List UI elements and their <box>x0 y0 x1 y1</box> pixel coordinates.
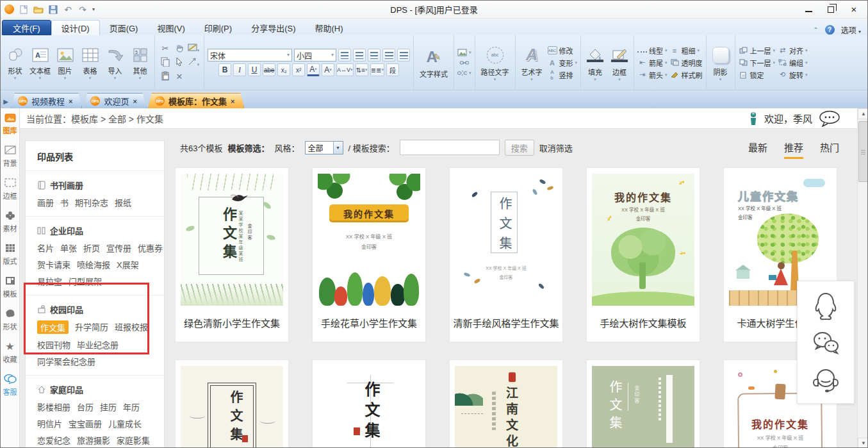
template-card[interactable]: 作文集 某某学校某年级某班 金印客 绿色清新小学生作文集 <box>175 167 289 342</box>
vertical-scrollbar[interactable]: ▲ ▼ <box>857 108 868 448</box>
tab-list-expander-icon[interactable]: ▶ <box>1 94 11 108</box>
category-link[interactable]: 书 <box>60 196 69 208</box>
insert-shape-button[interactable]: 形状▾ <box>4 46 26 80</box>
art-modify-button[interactable]: ABC修改 <box>548 46 578 56</box>
style-select[interactable]: 全部 ▼ <box>305 141 343 154</box>
align-justify-button[interactable] <box>382 49 395 62</box>
save-icon[interactable] <box>48 4 58 14</box>
pan-hand-icon[interactable] <box>175 43 184 54</box>
transparency-button[interactable]: 透明度 <box>670 58 703 68</box>
align-left-button[interactable] <box>338 49 351 62</box>
rail-item-background[interactable]: 背景 <box>1 144 20 168</box>
category-link[interactable]: 年历 <box>123 401 140 413</box>
superscript-button[interactable]: x² <box>292 63 305 76</box>
doc-tab-template-library[interactable]: DPS 模板库：作文集 × <box>148 93 244 108</box>
template-search-input[interactable] <box>400 140 500 155</box>
paragraph-button[interactable]: 段 <box>386 63 399 76</box>
rail-item-frame[interactable]: 边框 <box>1 176 20 201</box>
template-card[interactable]: 我的作文集 XX 学校 X 年级 X 班 金印客 <box>312 167 426 342</box>
strikethrough-button[interactable]: abe <box>263 63 275 76</box>
category-link[interactable]: 喷绘海报 <box>77 258 110 270</box>
art-warp-button[interactable]: A变形▾ <box>548 58 578 68</box>
rail-item-layout[interactable]: 版式 <box>1 242 20 266</box>
minimize-button[interactable] <box>805 6 812 12</box>
close-tab-icon[interactable]: × <box>231 97 234 105</box>
picture-tool-icon[interactable]: ▾ <box>188 43 200 54</box>
tab-share-export[interactable]: 分享导出(S) <box>242 20 305 35</box>
image-frame-button[interactable]: ▾ <box>457 48 471 56</box>
tab-view[interactable]: 视图(V) <box>147 20 194 35</box>
line-type-button[interactable]: 线型▾ <box>637 46 667 56</box>
template-card[interactable]: 作文集 XX 学校 X 年级 X 班 <box>175 360 289 448</box>
category-link[interactable]: 同学聚会纪念册 <box>37 355 95 367</box>
close-tab-icon[interactable]: × <box>133 97 136 105</box>
delete-icon[interactable]: ✕ <box>176 72 183 81</box>
template-card[interactable]: 江南文化 XX 学校 X 年级 X 班 <box>449 360 563 448</box>
italic-button[interactable]: I <box>233 63 246 76</box>
category-link[interactable]: 折页 <box>83 242 100 254</box>
open-folder-icon[interactable] <box>33 4 44 14</box>
new-document-icon[interactable] <box>19 4 29 14</box>
send-backward-button[interactable]: 下一层▾ <box>739 58 776 68</box>
break-link-icon[interactable]: ▾ <box>457 69 471 77</box>
align-center-button[interactable] <box>353 49 366 62</box>
rotate-button[interactable]: ⟲旋转▾ <box>778 70 808 80</box>
category-link[interactable]: 名片 <box>37 242 54 254</box>
align-right-button[interactable] <box>368 49 381 62</box>
tab-design[interactable]: 设计(D) <box>51 20 100 35</box>
insert-other-button[interactable]: 5 其他▾ <box>129 46 151 80</box>
qq-icon[interactable] <box>812 291 840 322</box>
bring-forward-button[interactable]: 上一层▾ <box>739 46 776 56</box>
category-link[interactable]: 班报校报 <box>115 320 148 334</box>
line-spacing-button[interactable]: ⇅≡▾ <box>356 63 368 76</box>
category-link[interactable]: 挂历 <box>100 401 117 413</box>
template-card[interactable]: 作文集 XX 学校 X 年级 X 班 <box>312 360 426 448</box>
category-link[interactable]: 贺卡请柬 <box>37 258 70 270</box>
select-cursor-icon[interactable] <box>176 57 183 68</box>
restore-button[interactable] <box>828 6 834 13</box>
sort-popular[interactable]: 热门 <box>820 140 839 159</box>
rail-item-support[interactable]: 客服 <box>1 372 20 397</box>
rail-item-template[interactable]: 模板 <box>1 274 20 299</box>
options-button[interactable]: 选项 ▾ <box>841 24 861 35</box>
category-link[interactable]: 家庭影集 <box>117 434 150 446</box>
tab-help[interactable]: 帮助(H) <box>305 20 352 35</box>
rail-item-shape[interactable]: 形状 <box>1 307 20 331</box>
copy-icon[interactable] <box>161 57 170 69</box>
rail-item-favorites[interactable]: ★ 收藏 <box>1 340 20 364</box>
help-icon[interactable]: ? <box>825 25 835 35</box>
highlight-color-button[interactable]: A▾ <box>322 63 334 76</box>
category-link[interactable]: 优惠券 <box>138 242 163 254</box>
breadcrumb[interactable]: 当前位置：模板库 > 全部 > 作文集 <box>26 112 163 125</box>
art-text-button[interactable]: A 艺术字▾ <box>519 44 545 81</box>
category-link[interactable]: 易拉宝 <box>37 275 62 287</box>
doc-tab-welcome[interactable]: DPS 欢迎页 × <box>83 93 146 108</box>
columns-button[interactable]: ≣≣▾ <box>370 63 384 76</box>
category-link[interactable]: 影楼相册 <box>37 401 70 413</box>
link-icon[interactable] <box>459 58 469 67</box>
vertical-text-button[interactable]: Ab竖排 <box>548 70 578 80</box>
char-spacing-button[interactable]: A↔V▾ <box>336 63 354 76</box>
font-family-combo[interactable]: 宋体▾ <box>208 49 292 62</box>
undo-icon[interactable]: ↶ <box>63 4 73 14</box>
insert-import-button[interactable]: 导入▾ <box>104 46 126 80</box>
template-card[interactable]: 作文集 XX 学校 X 年级 X 班 金印客 清新手绘风格学生作文集 <box>449 167 563 342</box>
category-link[interactable]: 宝宝画册 <box>69 417 102 429</box>
underline-button[interactable]: U <box>248 63 261 76</box>
lasso-select-icon[interactable]: ▾ <box>188 57 200 68</box>
category-link[interactable]: 宣传册 <box>106 242 131 254</box>
subscript-button[interactable]: x₂ <box>277 63 290 76</box>
category-link[interactable]: 期刊杂志 <box>75 196 108 208</box>
align-objects-button[interactable]: ⇄对齐▾ <box>778 46 808 56</box>
insert-table-button[interactable]: 表格▾ <box>79 46 101 80</box>
rail-item-gallery[interactable]: 图库 <box>1 111 20 135</box>
message-bubble-icon[interactable] <box>819 110 840 127</box>
scroll-thumb[interactable] <box>858 121 868 182</box>
category-link[interactable]: 毕业纪念册 <box>77 338 119 351</box>
group-button[interactable]: 编组▾ <box>778 58 808 68</box>
cut-icon[interactable]: ✂ <box>162 44 169 53</box>
category-link[interactable]: 升学简历 <box>75 320 108 334</box>
rail-item-material[interactable]: 素材 <box>1 209 20 233</box>
file-menu-button[interactable]: 文件(F) <box>2 20 51 35</box>
category-link[interactable]: X展架 <box>117 258 139 270</box>
